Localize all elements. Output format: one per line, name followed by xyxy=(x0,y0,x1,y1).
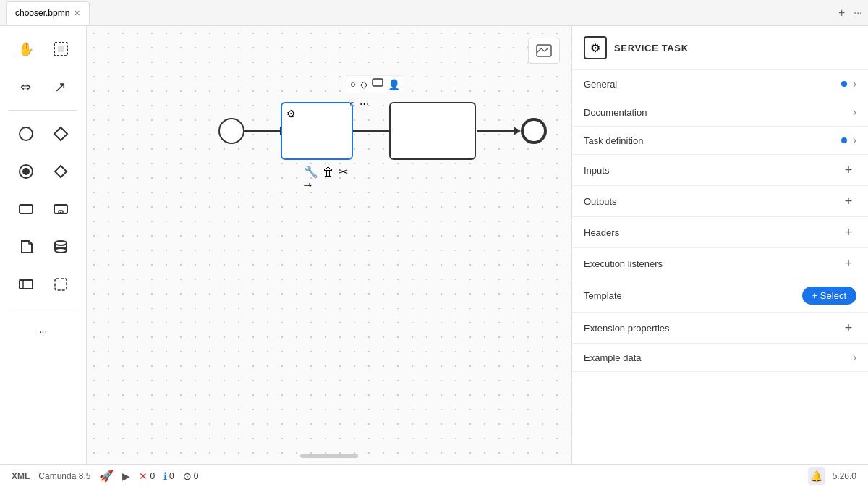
section-inputs[interactable]: Inputs + xyxy=(572,155,868,186)
select-box-tool-btn[interactable] xyxy=(45,33,77,65)
documentation-chevron: › xyxy=(853,106,856,119)
data-object-tool-btn[interactable] xyxy=(10,231,42,263)
service-task-icon: ⚙ xyxy=(584,36,607,59)
task-def-dot xyxy=(841,137,847,143)
database-tool-btn[interactable] xyxy=(45,231,77,263)
extension-props-add-btn[interactable]: + xyxy=(841,320,856,336)
section-outputs[interactable]: Outputs + xyxy=(572,186,868,217)
section-extension-properties[interactable]: Extension properties + xyxy=(572,313,868,344)
info-badge: ℹ 0 xyxy=(163,470,174,482)
execution-listeners-add-btn[interactable]: + xyxy=(841,255,856,271)
outputs-add-btn[interactable]: + xyxy=(841,193,856,209)
tab-close-btn[interactable]: × xyxy=(74,8,80,18)
tool-divider-2 xyxy=(9,308,77,308)
task-def-chevron: › xyxy=(853,134,856,147)
section-example-data[interactable]: Example data › xyxy=(572,344,868,372)
start-event[interactable] xyxy=(218,118,244,144)
section-execution-listeners[interactable]: Execution listeners + xyxy=(572,248,868,279)
section-exec-listeners-label: Execution listeners xyxy=(584,258,841,269)
section-task-definition[interactable]: Task definition › xyxy=(572,127,868,155)
hand-tool-btn[interactable]: ✋ xyxy=(10,33,42,65)
toolbar: ✋ ⇔ ↗ xyxy=(0,26,87,464)
tool-row-7 xyxy=(0,267,86,302)
xml-label[interactable]: XML xyxy=(12,471,30,481)
titlebar-actions: + ··· xyxy=(838,7,862,20)
ctx-person-icon[interactable]: 👤 xyxy=(388,79,400,90)
svg-rect-5 xyxy=(20,205,33,213)
warning-badge: ⊙ 0 xyxy=(183,470,199,482)
section-general[interactable]: General › xyxy=(572,70,868,98)
info-count: 0 xyxy=(169,471,174,481)
tool-row-5 xyxy=(0,192,86,226)
svg-rect-20 xyxy=(373,79,383,86)
statusbar-left: XML Camunda 8.5 🚀 ▶ ✕ 0 ℹ 0 ⊙ 0 xyxy=(12,469,198,483)
section-general-label: General xyxy=(584,79,841,90)
pool-tool-btn[interactable] xyxy=(10,268,42,300)
tab-chooser-bpmn[interactable]: chooser.bpmn × xyxy=(6,1,90,25)
section-ext-props-label: Extension properties xyxy=(584,323,841,334)
tool-row-8: ··· xyxy=(0,314,86,349)
group-tool-btn[interactable] xyxy=(45,268,77,300)
ctx-wrench-icon[interactable]: 🔧 xyxy=(304,165,318,179)
ctx-scissors-icon[interactable]: ✂ xyxy=(339,165,348,179)
add-tab-btn[interactable]: + xyxy=(838,7,845,20)
svg-point-2 xyxy=(20,127,33,140)
ctx-task-icon[interactable] xyxy=(372,78,383,90)
gateway-diamond-tool-btn[interactable] xyxy=(45,118,77,150)
ctx-dots-icon[interactable]: ⋯ xyxy=(359,98,369,109)
pointer-tool-btn[interactable]: ↗ xyxy=(45,71,77,103)
version-number: 5.26.0 xyxy=(833,471,856,481)
section-template[interactable]: Template + Select xyxy=(572,279,868,313)
ctx-trash-icon[interactable]: 🗑 xyxy=(323,166,334,179)
warning-icon: ⊙ xyxy=(183,470,192,482)
section-documentation[interactable]: Documentation › xyxy=(572,98,868,127)
tool-row-3 xyxy=(0,117,86,151)
svg-rect-14 xyxy=(55,279,67,290)
ctx-circle-icon[interactable]: ○ xyxy=(350,79,356,90)
more-tools-btn[interactable]: ··· xyxy=(27,316,59,347)
context-tool-row-4: ↗ xyxy=(304,179,312,191)
ctx-arrow-icon[interactable]: ↗ xyxy=(301,178,315,192)
titlebar: chooser.bpmn × + ··· xyxy=(0,0,868,26)
section-headers[interactable]: Headers + xyxy=(572,217,868,248)
example-data-chevron: › xyxy=(853,351,856,364)
headers-add-btn[interactable]: + xyxy=(841,224,856,240)
circle-fill-tool-btn[interactable] xyxy=(10,156,42,187)
more-options-btn[interactable]: ··· xyxy=(854,7,862,20)
statusbar-right: 🔔 5.26.0 xyxy=(808,467,856,485)
svg-point-10 xyxy=(55,241,67,245)
notification-icon: 🔔 xyxy=(810,470,822,482)
horizontal-scrollbar[interactable] xyxy=(300,454,358,458)
end-event[interactable] xyxy=(521,118,547,144)
event-circle-tool-btn[interactable] xyxy=(10,118,42,150)
diamond-fill-tool-btn[interactable] xyxy=(45,156,77,187)
context-tool-row-1: ○ ◇ 👤 xyxy=(346,75,404,93)
canvas[interactable]: ⚙ ○ ◇ 👤 ○ ⋯ 🔧 🗑 ✂ ↗ xyxy=(87,26,571,464)
run-btn[interactable]: ▶ xyxy=(122,470,130,482)
warning-count: 0 xyxy=(194,471,199,481)
inputs-add-btn[interactable]: + xyxy=(841,162,856,178)
template-select-btn[interactable]: + Select xyxy=(802,287,856,305)
tab-label: chooser.bpmn xyxy=(15,8,69,18)
ctx-diamond-icon[interactable]: ◇ xyxy=(360,79,367,90)
svg-point-4 xyxy=(22,168,30,175)
tool-row-6 xyxy=(0,229,86,264)
props-title: SERVICE TASK xyxy=(614,43,689,54)
context-tool-row-3: 🔧 🗑 ✂ xyxy=(304,165,348,179)
task-element[interactable] xyxy=(389,102,476,160)
svg-rect-1 xyxy=(58,46,64,52)
subprocess-tool-btn[interactable] xyxy=(45,193,77,225)
camunda-version-label[interactable]: Camunda 8.5 xyxy=(38,471,90,481)
error-count: 0 xyxy=(150,471,155,481)
notification-btn[interactable]: 🔔 xyxy=(808,467,825,485)
minimap-btn[interactable] xyxy=(528,38,560,64)
service-task-element[interactable]: ⚙ xyxy=(281,102,353,160)
service-task-gear-icon: ⚙ xyxy=(286,108,296,119)
deploy-btn[interactable]: 🚀 xyxy=(99,469,114,483)
connect-tool-btn[interactable]: ⇔ xyxy=(10,71,42,103)
ctx-circle2-icon[interactable]: ○ xyxy=(349,98,355,109)
properties-panel: ⚙ SERVICE TASK General › Documentation ›… xyxy=(571,26,868,464)
tool-row-2: ⇔ ↗ xyxy=(0,69,86,104)
general-chevron: › xyxy=(853,77,856,90)
task-rect-tool-btn[interactable] xyxy=(10,193,42,225)
